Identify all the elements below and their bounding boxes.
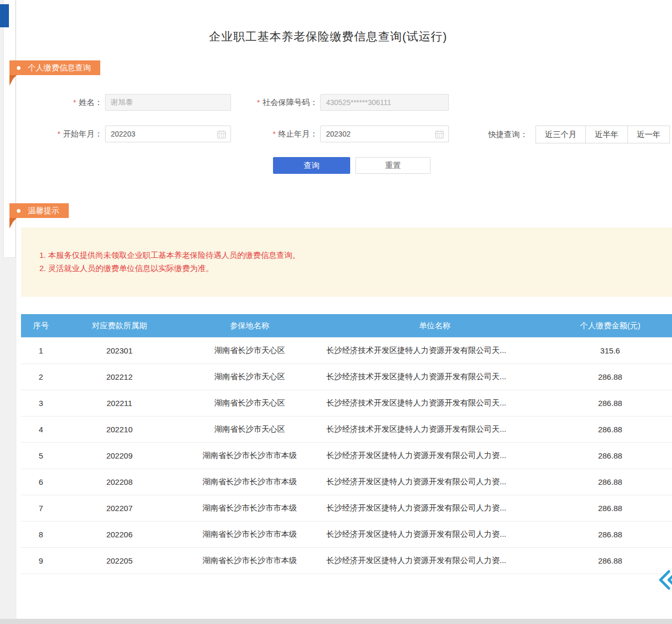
table-cell: 9 — [21, 548, 61, 574]
table-cell: 湖南省长沙市天心区 — [178, 390, 321, 417]
table-cell: 长沙经济开发区捷特人力资源开发有限公司人力资... — [321, 495, 549, 522]
table-cell: 286.88 — [548, 495, 672, 522]
table-cell: 3 — [21, 390, 61, 417]
quick-query-label: 快捷查询： — [488, 126, 528, 143]
side-blue-tab[interactable] — [0, 4, 9, 27]
table-cell: 202207 — [61, 495, 178, 522]
table-cell: 8 — [21, 522, 61, 548]
bullet-icon — [17, 66, 20, 70]
table-cell: 202212 — [61, 364, 178, 390]
required-asterisk: * — [257, 98, 260, 107]
table-cell: 202206 — [61, 522, 178, 548]
reset-button[interactable]: 重置 — [355, 157, 430, 174]
table-cell: 202301 — [61, 338, 178, 364]
calendar-icon[interactable] — [435, 130, 444, 139]
ribbon-fold — [9, 218, 17, 228]
section-label: 个人缴费信息查询 — [28, 63, 91, 73]
bottom-strip — [0, 619, 672, 624]
table-cell: 长沙经济开发区捷特人力资源开发有限公司人力资... — [321, 522, 549, 548]
table-cell: 长沙经济技术开发区捷特人力资源开发有限公司天... — [321, 338, 549, 364]
table-cell: 湖南省长沙市长沙市市本级 — [178, 469, 321, 495]
name-field[interactable]: 谢旭泰 — [105, 94, 231, 111]
name-label: * 姓名： — [42, 94, 102, 111]
table-cell: 286.88 — [548, 390, 672, 417]
section-label: 温馨提示 — [28, 206, 59, 216]
ssn-label: * 社会保障号码： — [242, 94, 318, 111]
table-cell: 286.88 — [548, 522, 672, 548]
notice-box: 1. 本服务仅提供尚未领取企业职工基本养老保险待遇人员的缴费信息查询。2. 灵活… — [21, 227, 672, 297]
table-cell: 湖南省长沙市天心区 — [178, 338, 321, 364]
quick-query-group: 近三个月近半年近一年 — [536, 126, 670, 143]
table-row: 3202211湖南省长沙市天心区长沙经济技术开发区捷特人力资源开发有限公司天..… — [21, 390, 672, 417]
table-cell: 湖南省长沙市长沙市市本级 — [178, 548, 321, 574]
table-cell: 湖南省长沙市天心区 — [178, 417, 321, 443]
table-cell: 7 — [21, 495, 61, 522]
table-cell: 湖南省长沙市长沙市市本级 — [178, 522, 321, 548]
required-asterisk: * — [273, 130, 276, 138]
quick-option-0[interactable]: 近三个月 — [536, 126, 586, 143]
table-cell: 长沙经济技术开发区捷特人力资源开发有限公司天... — [321, 390, 549, 417]
table-row: 7202207湖南省长沙市长沙市市本级长沙经济开发区捷特人力资源开发有限公司人力… — [21, 495, 672, 522]
page: 企业职工基本养老保险缴费信息查询(试运行) 个人缴费信息查询 * 姓名： 谢旭泰… — [0, 0, 672, 624]
table-cell: 长沙经济技术开发区捷特人力资源开发有限公司天... — [321, 364, 549, 390]
table-cell: 202205 — [61, 548, 178, 574]
table-cell: 315.6 — [548, 338, 672, 364]
end-month-field[interactable]: 202302 — [320, 126, 449, 142]
notice-line-1: 2. 灵活就业人员的缴费单位信息以实际缴费为准。 — [39, 262, 672, 275]
bullet-icon — [17, 209, 20, 213]
table-cell: 286.88 — [548, 469, 672, 495]
table-cell: 长沙经济技术开发区捷特人力资源开发有限公司天... — [321, 417, 549, 443]
payment-table: 序号对应费款所属期参保地名称单位名称个人缴费金额(元) 1202301湖南省长沙… — [21, 314, 672, 574]
table-row: 9202205湖南省长沙市长沙市市本级长沙经济开发区捷特人力资源开发有限公司人力… — [21, 548, 672, 574]
column-header-2: 参保地名称 — [178, 314, 321, 338]
page-title: 企业职工基本养老保险缴费信息查询(试运行) — [0, 29, 656, 45]
table-row: 1202301湖南省长沙市天心区长沙经济技术开发区捷特人力资源开发有限公司天..… — [21, 338, 672, 364]
table-row: 8202206湖南省长沙市长沙市市本级长沙经济开发区捷特人力资源开发有限公司人力… — [21, 522, 672, 548]
table-cell: 1 — [21, 338, 61, 364]
table-cell: 长沙经济开发区捷特人力资源开发有限公司人力资... — [321, 443, 549, 469]
table-cell: 4 — [21, 417, 61, 443]
table-cell: 长沙经济开发区捷特人力资源开发有限公司人力资... — [321, 548, 549, 574]
table-cell: 5 — [21, 443, 61, 469]
notice-line-0: 1. 本服务仅提供尚未领取企业职工基本养老保险待遇人员的缴费信息查询。 — [39, 248, 672, 262]
query-button[interactable]: 查询 — [273, 157, 350, 174]
start-month-label: * 开始年月： — [42, 126, 102, 142]
collapse-double-chevron-icon[interactable] — [657, 568, 672, 591]
column-header-3: 单位名称 — [321, 314, 549, 338]
ribbon-fold — [9, 75, 17, 86]
table-cell: 湖南省长沙市长沙市市本级 — [178, 443, 321, 469]
table-cell: 286.88 — [548, 548, 672, 574]
start-month-field[interactable]: 202203 — [105, 126, 231, 142]
table-cell: 202210 — [61, 417, 178, 443]
quick-option-2[interactable]: 近一年 — [627, 126, 670, 143]
section-header-tips: 温馨提示 — [9, 203, 69, 218]
required-asterisk: * — [74, 98, 76, 107]
end-month-label: * 终止年月： — [242, 126, 318, 142]
column-header-0: 序号 — [21, 314, 61, 338]
table-row: 5202209湖南省长沙市长沙市市本级长沙经济开发区捷特人力资源开发有限公司人力… — [21, 443, 672, 469]
section-header-personal-query: 个人缴费信息查询 — [9, 60, 100, 75]
calendar-icon[interactable] — [217, 130, 226, 139]
column-header-4: 个人缴费金额(元) — [548, 314, 672, 338]
table-cell: 湖南省长沙市长沙市市本级 — [178, 495, 321, 522]
quick-option-1[interactable]: 近半年 — [585, 126, 628, 143]
table-cell: 湖南省长沙市天心区 — [178, 364, 321, 390]
required-asterisk: * — [58, 130, 60, 138]
table-cell: 长沙经济开发区捷特人力资源开发有限公司人力资... — [321, 469, 549, 495]
table-cell: 2 — [21, 364, 61, 390]
table-row: 6202208湖南省长沙市长沙市市本级长沙经济开发区捷特人力资源开发有限公司人力… — [21, 469, 672, 495]
table-row: 4202210湖南省长沙市天心区长沙经济技术开发区捷特人力资源开发有限公司天..… — [21, 417, 672, 443]
table-cell: 286.88 — [548, 417, 672, 443]
table-cell: 202211 — [61, 390, 178, 417]
table-cell: 286.88 — [548, 443, 672, 469]
results-table-wrap: 序号对应费款所属期参保地名称单位名称个人缴费金额(元) 1202301湖南省长沙… — [21, 314, 672, 574]
table-cell: 202209 — [61, 443, 178, 469]
column-header-1: 对应费款所属期 — [61, 314, 178, 338]
table-cell: 202208 — [61, 469, 178, 495]
table-cell: 6 — [21, 469, 61, 495]
table-cell: 286.88 — [548, 364, 672, 390]
table-row: 2202212湖南省长沙市天心区长沙经济技术开发区捷特人力资源开发有限公司天..… — [21, 364, 672, 390]
ssn-field[interactable]: 430525******306111 — [320, 94, 449, 111]
